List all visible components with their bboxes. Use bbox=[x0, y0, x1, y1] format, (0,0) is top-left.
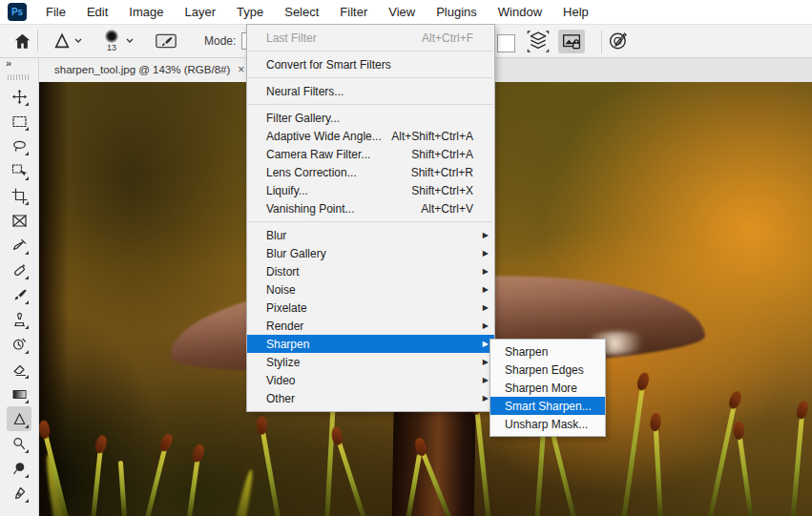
brush-settings-panel-icon[interactable] bbox=[155, 31, 177, 51]
menu-item-adaptive-wide-angle[interactable]: Adaptive Wide Angle...Alt+Shift+Ctrl+A bbox=[247, 127, 494, 145]
menu-item-shortcut: Shift+Ctrl+A bbox=[411, 148, 477, 161]
eyedropper-tool-icon bbox=[11, 237, 28, 254]
menubar-item-plugins[interactable]: Plugins bbox=[426, 0, 488, 24]
object-selection-tool[interactable] bbox=[7, 158, 31, 183]
brush-chevron-icon[interactable] bbox=[126, 36, 134, 46]
dodge-tool-icon bbox=[11, 436, 28, 452]
crop-tool[interactable] bbox=[7, 183, 31, 208]
menubar-item-view[interactable]: View bbox=[378, 0, 426, 24]
menu-item-distort[interactable]: Distort▶ bbox=[247, 262, 494, 280]
menu-item-pixelate[interactable]: Pixelate▶ bbox=[247, 299, 494, 317]
moss-sprout-tip bbox=[38, 421, 51, 440]
moss-sprout-tip bbox=[727, 390, 743, 411]
menu-bar: Ps FileEditImageLayerTypeSelectFilterVie… bbox=[0, 0, 812, 24]
frame-tool[interactable] bbox=[7, 208, 31, 233]
tab-close-icon[interactable]: × bbox=[238, 63, 244, 76]
sharpen-tool[interactable] bbox=[7, 406, 31, 431]
menu-section: Blur▶Blur Gallery▶Distort▶Noise▶Pixelate… bbox=[247, 222, 494, 411]
menubar-item-window[interactable]: Window bbox=[488, 0, 552, 24]
menu-item-video[interactable]: Video▶ bbox=[247, 371, 494, 389]
menu-item-label: Stylize bbox=[266, 356, 300, 369]
menu-item-noise[interactable]: Noise▶ bbox=[247, 280, 494, 299]
brush-tool[interactable] bbox=[7, 282, 31, 307]
menu-item-label: Unsharp Mask... bbox=[505, 418, 588, 431]
color-swatch[interactable] bbox=[497, 34, 515, 52]
moss-sprout-tip bbox=[635, 371, 651, 391]
menu-item-other[interactable]: Other▶ bbox=[247, 389, 494, 407]
menu-item-shortcut: Alt+Ctrl+F bbox=[422, 31, 477, 45]
menu-item-blur-gallery[interactable]: Blur Gallery▶ bbox=[247, 244, 494, 262]
eraser-tool[interactable] bbox=[7, 357, 31, 382]
lock-image-button[interactable] bbox=[558, 30, 585, 53]
menubar-item-file[interactable]: File bbox=[35, 0, 76, 24]
menu-item-lens-correction[interactable]: Lens Correction...Shift+Ctrl+R bbox=[247, 163, 494, 181]
menu-item-label: Render bbox=[266, 320, 303, 333]
smoothing-options-icon[interactable] bbox=[607, 30, 630, 56]
gradient-tool[interactable] bbox=[7, 382, 31, 406]
moss-sprout-tip bbox=[257, 416, 267, 434]
moss-sprout bbox=[260, 429, 281, 516]
menu-item-sharpen-more[interactable]: Sharpen More bbox=[490, 379, 605, 397]
menu-item-sharpen-edges[interactable]: Sharpen Edges bbox=[490, 361, 605, 379]
menu-item-unsharp-mask[interactable]: Unsharp Mask... bbox=[490, 415, 605, 433]
submenu-arrow-icon: ▶ bbox=[477, 394, 489, 402]
menubar-item-layer[interactable]: Layer bbox=[175, 0, 227, 24]
menu-item-filter-gallery[interactable]: Filter Gallery... bbox=[247, 109, 494, 127]
menu-item-liquify[interactable]: Liquify...Shift+Ctrl+X bbox=[247, 181, 494, 199]
menu-item-label: Adaptive Wide Angle... bbox=[266, 130, 382, 143]
eyedropper-tool[interactable] bbox=[7, 233, 31, 258]
lasso-tool[interactable] bbox=[7, 134, 31, 158]
menu-item-convert-for-smart-filters[interactable]: Convert for Smart Filters bbox=[247, 55, 494, 73]
object-selection-tool-icon bbox=[11, 163, 28, 179]
history-brush-tool[interactable] bbox=[7, 332, 31, 357]
gradient-tool-icon bbox=[11, 386, 28, 402]
moss-sprout-tip bbox=[157, 432, 175, 453]
menu-item-label: Noise bbox=[266, 283, 296, 297]
lasso-tool-icon bbox=[11, 138, 28, 155]
move-tool-icon bbox=[11, 89, 28, 105]
options-divider bbox=[601, 31, 602, 53]
home-icon[interactable] bbox=[13, 32, 31, 51]
moss-sprout bbox=[620, 385, 645, 516]
brush-preview[interactable]: 13 bbox=[99, 30, 124, 52]
menu-item-label: Sharpen bbox=[266, 338, 309, 351]
menu-item-sharpen[interactable]: Sharpen bbox=[490, 342, 605, 361]
menu-item-smart-sharpen[interactable]: Smart Sharpen... bbox=[490, 397, 605, 415]
menu-item-label: Neural Filters... bbox=[266, 85, 344, 98]
type-tool[interactable] bbox=[7, 506, 31, 516]
preset-chevron-icon[interactable] bbox=[74, 36, 82, 46]
menu-item-stylize[interactable]: Stylize▶ bbox=[247, 353, 494, 371]
collapse-panel-icon[interactable]: » bbox=[0, 56, 38, 71]
submenu-arrow-icon: ▶ bbox=[477, 376, 489, 384]
layers-stack-icon[interactable] bbox=[526, 30, 551, 57]
document-tab[interactable]: sharpen_tool.jpg @ 143% (RGB/8#) × bbox=[39, 56, 260, 82]
menubar-item-select[interactable]: Select bbox=[274, 0, 329, 24]
menu-item-render[interactable]: Render▶ bbox=[247, 317, 494, 335]
spot-healing-brush-tool[interactable] bbox=[7, 258, 31, 282]
sharpen-tool-preset-icon[interactable] bbox=[52, 31, 73, 52]
menu-item-label: Filter Gallery... bbox=[266, 112, 340, 125]
menu-item-label: Pixelate bbox=[266, 301, 307, 315]
moss-sprout-tip bbox=[191, 444, 206, 464]
menu-item-neural-filters[interactable]: Neural Filters... bbox=[247, 82, 494, 100]
rectangular-marquee-tool[interactable] bbox=[7, 109, 31, 134]
menu-item-sharpen[interactable]: Sharpen▶ bbox=[247, 335, 494, 353]
pen-tool[interactable] bbox=[7, 481, 31, 506]
menu-item-camera-raw-filter[interactable]: Camera Raw Filter...Shift+Ctrl+A bbox=[247, 145, 494, 163]
dodge-tool[interactable] bbox=[7, 431, 31, 456]
menubar-item-type[interactable]: Type bbox=[226, 0, 274, 24]
menubar-item-filter[interactable]: Filter bbox=[329, 0, 378, 24]
move-tool[interactable] bbox=[7, 84, 31, 109]
menubar-item-image[interactable]: Image bbox=[118, 0, 174, 24]
menubar-item-edit[interactable]: Edit bbox=[76, 0, 118, 24]
clone-stamp-tool[interactable] bbox=[7, 307, 31, 332]
menu-item-vanishing-point[interactable]: Vanishing Point...Alt+Ctrl+V bbox=[247, 199, 494, 217]
moss-sprout bbox=[143, 446, 167, 516]
menu-item-label: Lens Correction... bbox=[266, 166, 357, 179]
menu-item-label: Last Filter bbox=[266, 31, 317, 45]
menu-item-blur[interactable]: Blur▶ bbox=[247, 226, 494, 244]
zoom-tool[interactable] bbox=[7, 456, 31, 481]
panel-grip[interactable] bbox=[8, 74, 31, 80]
menubar-item-help[interactable]: Help bbox=[552, 0, 599, 24]
menu-item-last-filter: Last FilterAlt+Ctrl+F bbox=[247, 29, 494, 47]
